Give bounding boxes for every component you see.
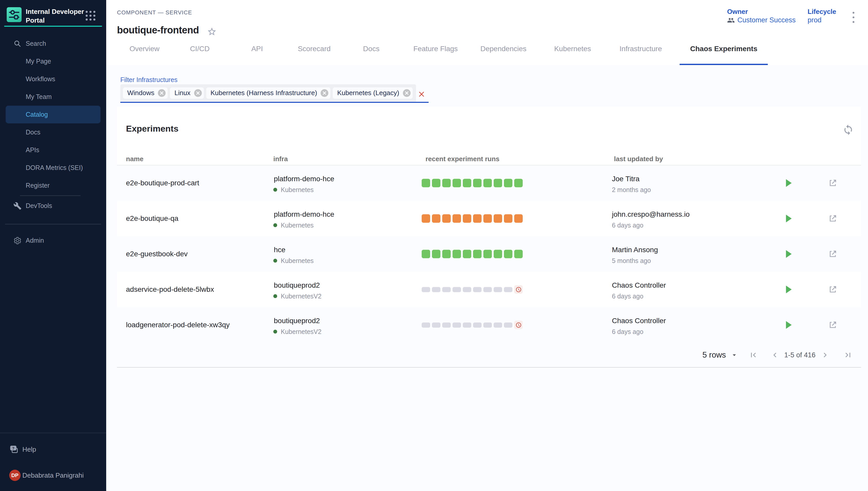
refresh-icon[interactable] — [843, 124, 854, 136]
open-experiment-icon[interactable] — [828, 285, 837, 294]
run-tile-scheduled[interactable] — [514, 285, 523, 294]
run-tile-success[interactable] — [494, 179, 502, 187]
tab-scorecard[interactable]: Scorecard — [287, 34, 341, 65]
run-tile-scheduled[interactable] — [514, 321, 523, 329]
run-tile-success[interactable] — [432, 179, 440, 187]
apps-grid-icon[interactable] — [86, 11, 95, 21]
run-tile-success[interactable] — [463, 250, 471, 258]
run-tile-success[interactable] — [422, 179, 430, 187]
sidebar-item-docs[interactable]: Docs — [6, 123, 100, 141]
run-tile-success[interactable] — [463, 179, 471, 187]
run-tile-success[interactable] — [453, 179, 461, 187]
sidebar-item-workflows[interactable]: Workflows — [6, 70, 100, 88]
table-row[interactable]: adservice-pod-delete-5lwbx boutiqueprod2… — [117, 272, 861, 307]
sidebar-item-devtools[interactable]: DevTools — [6, 197, 100, 215]
tab-cicd[interactable]: CI/CD — [179, 34, 220, 65]
run-tile-failed[interactable] — [504, 214, 513, 223]
run-experiment-icon[interactable] — [786, 215, 792, 222]
run-tile-success[interactable] — [442, 179, 451, 187]
user-menu[interactable]: DP Debabrata Panigrahi — [0, 467, 106, 483]
sidebar-item-apis[interactable]: APIs — [6, 141, 100, 159]
run-tile-success[interactable] — [473, 179, 482, 187]
more-menu-icon[interactable] — [852, 12, 855, 26]
run-history — [422, 179, 524, 187]
run-tile-success[interactable] — [504, 250, 513, 258]
table-row[interactable]: e2e-guestbook-dev hceKubernetes Martin A… — [117, 236, 861, 272]
updated-at: 6 days ago — [612, 328, 666, 336]
run-experiment-icon[interactable] — [786, 179, 792, 187]
open-experiment-icon[interactable] — [828, 249, 837, 259]
tab-overview[interactable]: Overview — [119, 34, 170, 65]
run-experiment-icon[interactable] — [786, 321, 792, 329]
run-tile-failed[interactable] — [514, 214, 523, 223]
tab-docs[interactable]: Docs — [352, 34, 390, 65]
infra-cell: platform-demo-hceKubernetes — [274, 175, 334, 194]
table-row[interactable]: e2e-boutique-qa platform-demo-hceKuberne… — [117, 201, 861, 236]
sidebar-divider-2 — [5, 224, 101, 224]
sidebar-item-my-page[interactable]: My Page — [6, 53, 100, 70]
remove-chip-icon[interactable] — [158, 89, 166, 97]
tab-infrastructure[interactable]: Infrastructure — [609, 34, 673, 65]
run-tile-success[interactable] — [514, 250, 523, 258]
run-tile-success[interactable] — [442, 250, 451, 258]
tab-kubernetes[interactable]: Kubernetes — [544, 34, 601, 65]
run-tile-success[interactable] — [494, 250, 502, 258]
infra-status-dot — [273, 223, 277, 227]
run-tile-success[interactable] — [483, 179, 492, 187]
tab-api[interactable]: API — [241, 34, 273, 65]
rows-per-page[interactable]: 5 rows — [702, 350, 738, 359]
table-row[interactable]: e2e-boutique-prod-cart platform-demo-hce… — [117, 165, 861, 201]
run-tile-success[interactable] — [453, 250, 461, 258]
infra-status-dot — [273, 294, 277, 298]
remove-chip-icon[interactable] — [194, 89, 202, 97]
owner-value[interactable]: Customer Success — [737, 16, 796, 24]
run-tile-empty — [442, 322, 451, 327]
open-experiment-icon[interactable] — [828, 320, 837, 329]
run-tile-failed[interactable] — [422, 214, 430, 223]
clear-filters-icon[interactable] — [418, 91, 425, 97]
tab-dependencies[interactable]: Dependencies — [470, 34, 537, 65]
run-tile-empty — [442, 287, 451, 292]
next-page-icon[interactable] — [820, 350, 830, 359]
run-tile-failed[interactable] — [473, 214, 482, 223]
run-tile-success[interactable] — [473, 250, 482, 258]
run-tile-failed[interactable] — [483, 214, 492, 223]
run-tile-success[interactable] — [504, 179, 513, 187]
run-experiment-icon[interactable] — [786, 250, 792, 258]
sidebar-item-admin[interactable]: Admin — [6, 232, 100, 249]
table-row[interactable]: loadgenerator-pod-delete-xw3qy boutiquep… — [117, 307, 861, 343]
tab-chaos-experiments[interactable]: Chaos Experiments — [679, 34, 768, 65]
run-experiment-icon[interactable] — [786, 286, 792, 293]
entity-header: COMPONENT — SERVICE boutique-frontend Ow… — [106, 0, 868, 65]
help-button[interactable]: ? Help — [0, 441, 106, 457]
sidebar-item-dora-metrics[interactable]: DORA Metrics (SEI) — [6, 159, 100, 177]
first-page-icon[interactable] — [749, 350, 758, 359]
open-experiment-icon[interactable] — [828, 178, 837, 187]
remove-chip-icon[interactable] — [403, 89, 411, 97]
sidebar-item-register[interactable]: Register — [6, 177, 100, 194]
run-tile-empty — [432, 287, 440, 292]
remove-chip-icon[interactable] — [321, 89, 328, 97]
run-tile-success[interactable] — [483, 250, 492, 258]
run-tile-failed[interactable] — [432, 214, 440, 223]
run-tile-failed[interactable] — [442, 214, 451, 223]
app-title: Internal Developer Portal — [26, 7, 86, 25]
updated-cell: Martin Ansong5 months ago — [612, 246, 658, 264]
run-tile-success[interactable] — [514, 179, 523, 187]
last-page-icon[interactable] — [843, 350, 852, 359]
sidebar-item-my-team[interactable]: My Team — [6, 88, 100, 106]
sidebar-item-search[interactable]: Search — [6, 35, 100, 53]
open-experiment-icon[interactable] — [828, 214, 837, 223]
run-tile-success[interactable] — [422, 250, 430, 258]
sidebar-item-catalog[interactable]: Catalog — [6, 106, 100, 123]
filter-infrastructures-link[interactable]: Filter Infrastructures — [120, 76, 177, 84]
run-tile-failed[interactable] — [494, 214, 502, 223]
run-tile-failed[interactable] — [463, 214, 471, 223]
run-tile-failed[interactable] — [453, 214, 461, 223]
filter-chips-field[interactable]: Windows Linux Kubernetes (Harness Infras… — [120, 84, 416, 102]
prev-page-icon[interactable] — [770, 350, 780, 359]
app-logo[interactable] — [7, 7, 22, 22]
run-tile-success[interactable] — [432, 250, 440, 258]
tab-feature-flags[interactable]: Feature Flags — [403, 34, 468, 65]
experiments-title: Experiments — [126, 124, 178, 134]
